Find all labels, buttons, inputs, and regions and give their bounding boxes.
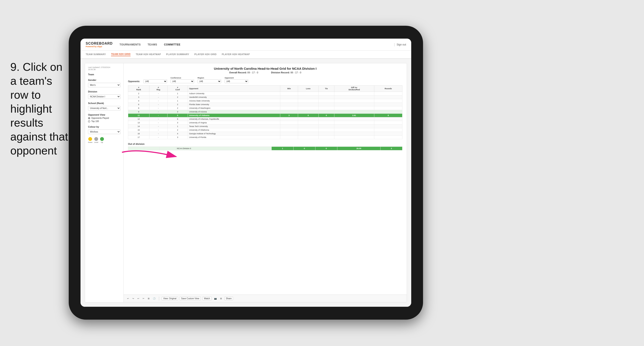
table-row[interactable]: 12-6University of Arkansas, Fayetteville (128, 117, 402, 121)
table-row[interactable]: 15-2University of Oklahoma (128, 128, 402, 132)
instruction-text: 9. Click on a team's row to highlight re… (10, 60, 68, 158)
save-custom-button[interactable]: Save Custom View (180, 297, 201, 300)
nav-teams[interactable]: TEAMS (148, 43, 157, 46)
instruction-body: Click on a team's row to highlight resul… (10, 61, 68, 157)
tablet-frame: SCOREBOARD Powered by clippi TOURNAMENTS… (69, 26, 423, 320)
table-row[interactable]: 17-3University of Florida (128, 136, 402, 139)
clock-button[interactable]: 🕐 (152, 297, 156, 300)
subnav-team-h2h-grid[interactable]: TEAM H2H GRID (111, 53, 130, 56)
h2h-table: #Rank #Reg #Conf Opponent Win Loss Tie D… (128, 85, 402, 139)
out-div-tie: 0 (315, 147, 337, 150)
division-select[interactable]: NCAA Division I (88, 94, 120, 99)
legend-up: Up (100, 137, 104, 143)
redo-button[interactable]: ↪ (132, 297, 135, 300)
undo2-button[interactable]: ↩ (136, 297, 140, 300)
th-diff: Diff AvStrokes/Rnd (334, 86, 374, 92)
table-row[interactable]: 9-3University of Arizona (128, 110, 402, 114)
division-record: Division Record: 88 - 17 - 0 (271, 71, 301, 74)
table-row[interactable]: 16-4Georgia Institute of Technology (128, 132, 402, 136)
subnav-player-summary[interactable]: PLAYER SUMMARY (166, 53, 189, 56)
sub-navigation: TEAM SUMMARY TEAM H2H GRID TEAM H2H HEAT… (80, 51, 411, 59)
th-loss: Loss (298, 86, 318, 92)
out-div-conf (160, 147, 176, 150)
out-of-division-table: NCAA Division II 1 0 0 26.00 3 (128, 146, 402, 150)
table-row[interactable]: 6-2Florida State University (128, 103, 402, 106)
radio-top100[interactable]: Top 100 (88, 120, 120, 122)
dashboard: Last Updated: 27/03/2024 16:55:38 Team G… (85, 63, 407, 303)
table-body: 2-1Auburn University3-2Vanderbilt Univer… (128, 92, 402, 139)
colour-by-select[interactable]: Win/loss (88, 130, 120, 134)
table-row[interactable]: 13-3University of Virginia (128, 121, 402, 125)
out-of-division-label: Out of division (128, 143, 402, 145)
share-button[interactable]: Share (224, 297, 233, 300)
legend-level: Level (94, 137, 98, 143)
team-section: Team (88, 73, 120, 76)
th-opponent: Opponent (188, 86, 280, 92)
step-number: 9. (10, 61, 23, 73)
overall-record: Overall Record: 89 - 17 - 0 (229, 71, 258, 74)
out-of-division-section: Out of division NCAA Division II 1 (128, 143, 402, 150)
subnav-player-h2h-heatmap[interactable]: PLAYER H2H HEATMAP (222, 53, 250, 56)
colour-by-section: Colour by Win/loss (88, 125, 120, 134)
table-row[interactable]: 2-1Auburn University (128, 92, 402, 95)
gender-section: Gender Men's (88, 79, 120, 87)
table-row[interactable]: 14-1Texas Tech University (128, 125, 402, 128)
out-of-division-row[interactable]: NCAA Division II 1 0 0 26.00 3 (128, 147, 402, 150)
school-section: School (Rank) University of Nort... (88, 102, 120, 110)
grid-button[interactable]: ⊞ (219, 297, 223, 300)
th-tie: Tie (318, 86, 334, 92)
school-label: School (Rank) (88, 102, 120, 104)
subnav-team-summary[interactable]: TEAM SUMMARY (86, 53, 106, 56)
out-div-rounds: 3 (380, 147, 402, 150)
conference-select[interactable]: (All) (170, 79, 194, 83)
opponent-select[interactable]: (All) (224, 79, 248, 83)
grid-title: University of North Carolina Head-to-Hea… (128, 67, 402, 70)
grid-content: University of North Carolina Head-to-Hea… (124, 63, 407, 295)
top-navigation: SCOREBOARD Powered by clippi TOURNAMENTS… (80, 39, 411, 51)
th-rounds: Rounds (374, 86, 402, 92)
out-div-diff: 26.00 (337, 147, 380, 150)
th-conf: #Conf (168, 86, 188, 92)
subnav-player-h2h-grid[interactable]: PLAYER H2H GRID (194, 53, 217, 56)
th-reg: #Reg (149, 86, 168, 92)
colour-by-label: Colour by (88, 125, 120, 128)
legend-up-circle (100, 137, 104, 141)
nav-tournaments[interactable]: TOURNAMENTS (120, 43, 141, 46)
camera-button[interactable]: 📷 (213, 297, 218, 300)
filter-conference: Conference (All) (170, 77, 194, 83)
undo-button[interactable]: ↩ (126, 297, 130, 300)
radio-group: Opponents Played Top 100 (88, 117, 120, 122)
tablet-screen: SCOREBOARD Powered by clippi TOURNAMENTS… (80, 39, 411, 307)
th-rank: #Rank (128, 86, 150, 92)
logo-scoreboard: SCOREBOARD (86, 42, 113, 45)
radio-opponents-played[interactable]: Opponents Played (88, 117, 120, 119)
opponent-view-label: Opponent View (88, 113, 120, 116)
copy-button[interactable]: ⊞ (147, 297, 150, 300)
region-select[interactable]: (All) (198, 79, 221, 83)
opponents-label: Opponents: (128, 80, 140, 83)
main-content: Last Updated: 27/03/2024 16:55:38 Team G… (80, 59, 411, 307)
legend-down-circle (88, 137, 92, 141)
nav-committee[interactable]: COMMITTEE (164, 43, 180, 46)
logo-area: SCOREBOARD Powered by clippi (86, 42, 113, 48)
view-original-button[interactable]: View: Original (162, 297, 178, 300)
school-select[interactable]: University of Nort... (88, 106, 120, 110)
cut-button[interactable]: ✂ (142, 297, 145, 300)
out-div-loss: 0 (293, 147, 315, 150)
gender-select[interactable]: Men's (88, 83, 120, 87)
filter-row: Opponents: (All) Conference (All) (128, 77, 402, 83)
out-div-division: NCAA Division II (176, 147, 272, 150)
radio-dot-top100 (88, 120, 90, 122)
filter-region: Region (All) (198, 77, 221, 83)
table-row[interactable]: 3-2Vanderbilt University (128, 95, 402, 99)
opponents-select[interactable]: (All) (144, 79, 167, 83)
table-row[interactable]: 11-5University of Alabama3002.618 (128, 114, 402, 117)
last-updated: Last Updated: 27/03/2024 16:55:38 (88, 66, 120, 70)
filter-opponents: (All) (144, 79, 167, 83)
table-row[interactable]: 8-2University of Washington (128, 106, 402, 110)
table-row[interactable]: 4-1Arizona State University (128, 99, 402, 103)
sign-out-button[interactable]: Sign out (396, 43, 406, 46)
watch-button[interactable]: Watch (202, 297, 212, 300)
subnav-team-h2h-heatmap[interactable]: TEAM H2H HEATMAP (136, 53, 161, 56)
legend-down: Down (88, 137, 92, 143)
